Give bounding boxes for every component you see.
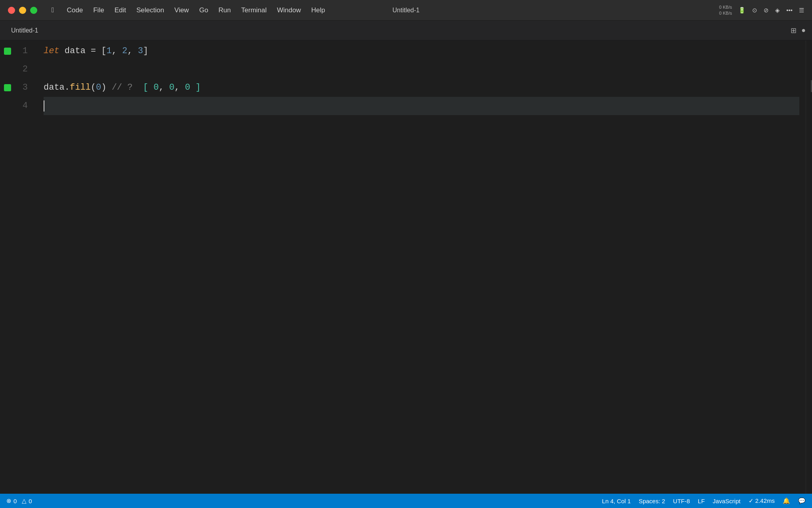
- run-indicator-1[interactable]: [0, 42, 15, 60]
- warning-icon: △: [22, 497, 27, 504]
- selection-menu-item[interactable]: Selection: [132, 5, 169, 16]
- warning-number: 0: [29, 498, 32, 504]
- code-line-2: [44, 60, 799, 79]
- cursor-position[interactable]: Ln 4, Col 1: [602, 498, 631, 504]
- network-stat: 0 KB/s 0 KB/s: [719, 4, 732, 16]
- bracket-close: ]: [143, 42, 148, 60]
- code-area[interactable]: let data = [ 1 , 2 , 3 ] data . fill ( 0…: [37, 40, 806, 494]
- run-dot-1: [4, 48, 11, 55]
- tab-untitled[interactable]: Untitled-1: [6, 25, 43, 37]
- line-number-4: 4: [15, 97, 31, 115]
- file-menu-item[interactable]: File: [88, 5, 109, 16]
- status-right: Ln 4, Col 1 Spaces: 2 UTF-8 LF JavaScrip…: [602, 497, 806, 504]
- finder-icon: ◈: [775, 7, 780, 14]
- line-number-3: 3: [15, 79, 31, 97]
- more-actions-icon[interactable]: ●: [801, 26, 806, 35]
- window-title: Untitled-1: [393, 7, 419, 14]
- run-dot-4-empty: [4, 102, 11, 110]
- error-number: 0: [13, 498, 17, 504]
- run-dot-3: [4, 84, 11, 91]
- editor: 1 2 3 4 let data = [ 1 , 2 , 3 ] data . …: [0, 40, 812, 494]
- wifi-icon: ⊘: [764, 7, 769, 14]
- traffic-lights: [8, 7, 37, 14]
- line-numbers: 1 2 3 4: [15, 40, 37, 494]
- airplay-icon: ⊙: [752, 7, 757, 14]
- tabbar: Untitled-1 ⊞ ●: [0, 21, 812, 40]
- run-indicator-3[interactable]: [0, 79, 15, 97]
- var-data-2: data: [44, 79, 65, 97]
- result-comma-1: ,: [159, 79, 164, 97]
- result-0-3: 0: [180, 79, 190, 97]
- split-editor-icon[interactable]: ⊞: [791, 26, 797, 35]
- titlebar-right: 0 KB/s 0 KB/s 🔋 ⊙ ⊘ ◈ ••• ☰: [719, 4, 804, 16]
- notifications-icon[interactable]: 🔔: [783, 497, 790, 504]
- window-menu-item[interactable]: Window: [272, 5, 306, 16]
- result-comma-2: ,: [174, 79, 180, 97]
- code-line-1: let data = [ 1 , 2 , 3 ]: [44, 42, 799, 60]
- result-0-1: 0: [148, 79, 159, 97]
- error-count[interactable]: ⊗ 0 △ 0: [6, 497, 32, 504]
- dot: .: [65, 79, 70, 97]
- num-2: 2: [117, 42, 127, 60]
- arg-zero: 0: [96, 79, 101, 97]
- titlebar:  Code File Edit Selection View Go Run T…: [0, 0, 812, 21]
- result-close-bracket: ]: [190, 79, 201, 97]
- language-mode[interactable]: JavaScript: [713, 498, 741, 504]
- keyword-let: let: [44, 42, 59, 60]
- comma-2: ,: [127, 42, 132, 60]
- result-open-bracket: [: [143, 79, 148, 97]
- apple-menu-item[interactable]: : [47, 4, 59, 16]
- code-space: [59, 42, 65, 60]
- num-3: 3: [132, 42, 143, 60]
- run-indicators: [0, 40, 15, 494]
- code-line-3: data . fill ( 0 ) // ? [ 0 , 0 , 0 ]: [44, 79, 799, 97]
- cursor: [44, 100, 44, 112]
- bracket-open: [: [101, 42, 106, 60]
- indentation[interactable]: Spaces: 2: [639, 498, 665, 504]
- help-menu-item[interactable]: Help: [306, 5, 330, 16]
- statusbar: ⊗ 0 △ 0 Ln 4, Col 1 Spaces: 2 UTF-8 LF J…: [0, 494, 812, 508]
- paren-close: ): [101, 79, 106, 97]
- encoding[interactable]: UTF-8: [673, 498, 690, 504]
- line-number-2: 2: [15, 60, 31, 79]
- view-menu-item[interactable]: View: [170, 5, 194, 16]
- close-button[interactable]: [8, 7, 15, 14]
- right-scrollbar[interactable]: [806, 40, 812, 494]
- run-time: ✓ 2.42ms: [749, 497, 775, 504]
- code-equals: =: [86, 42, 102, 60]
- run-indicator-2: [0, 60, 15, 79]
- comma-1: ,: [112, 42, 117, 60]
- network-down: 0 KB/s: [719, 10, 732, 16]
- line-ending[interactable]: LF: [698, 498, 705, 504]
- feedback-icon[interactable]: 💬: [798, 497, 806, 504]
- line-number-1: 1: [15, 42, 31, 60]
- terminal-menu-item[interactable]: Terminal: [236, 5, 271, 16]
- comment-slash: // ?: [106, 79, 132, 97]
- dots-icon[interactable]: •••: [786, 7, 793, 13]
- edit-menu-item[interactable]: Edit: [110, 5, 131, 16]
- tabbar-actions: ⊞ ●: [791, 26, 806, 35]
- status-left: ⊗ 0 △ 0: [6, 497, 32, 504]
- error-icon: ⊗: [6, 497, 11, 504]
- maximize-button[interactable]: [30, 7, 37, 14]
- run-indicator-4: [0, 97, 15, 115]
- run-menu-item[interactable]: Run: [214, 5, 236, 16]
- paren-open: (: [91, 79, 96, 97]
- menu-bar:  Code File Edit Selection View Go Run T…: [47, 4, 719, 16]
- battery-icon: 🔋: [738, 7, 746, 14]
- result-0-2: 0: [164, 79, 174, 97]
- code-menu-item[interactable]: Code: [62, 5, 88, 16]
- list-icon: ☰: [799, 7, 804, 14]
- num-1: 1: [106, 42, 111, 60]
- var-data: data: [65, 42, 86, 60]
- go-menu-item[interactable]: Go: [194, 5, 213, 16]
- minimize-button[interactable]: [19, 7, 26, 14]
- result-space: [132, 79, 143, 97]
- method-fill: fill: [70, 79, 91, 97]
- code-line-4: [44, 97, 799, 115]
- network-up: 0 KB/s: [719, 4, 732, 10]
- tab-label: Untitled-1: [11, 27, 38, 34]
- run-dot-2-empty: [4, 66, 11, 73]
